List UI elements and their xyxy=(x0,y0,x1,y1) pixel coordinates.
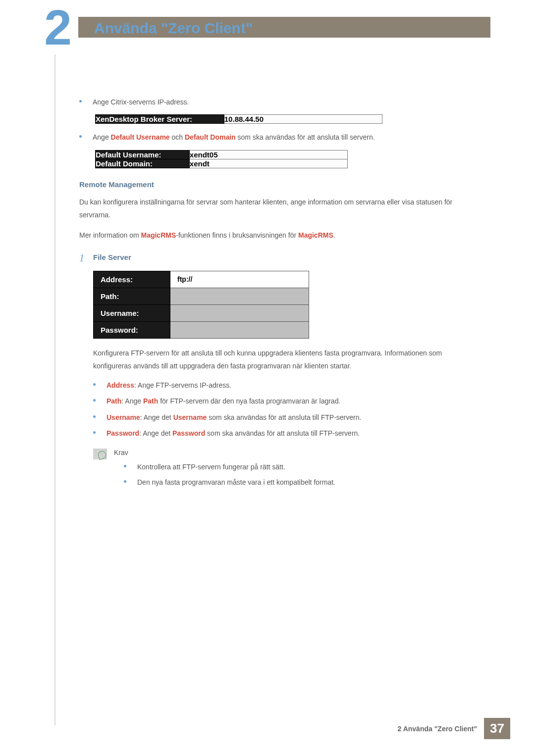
default-credentials-table: Default Username: xendt05 Default Domain… xyxy=(95,150,348,168)
bullet-text: Den nya fasta programvaran måste vara i … xyxy=(137,477,481,488)
step-number: 1 xyxy=(79,252,93,264)
file-server-address-label: Address: xyxy=(94,271,170,288)
xendesktop-server-table: XenDesktop Broker Server: 10.88.44.50 xyxy=(95,114,382,124)
bullet-dot xyxy=(93,383,96,386)
bullet-dot xyxy=(93,415,96,418)
default-username-value: xendt05 xyxy=(189,150,347,159)
step-label: File Server xyxy=(93,252,131,261)
strong-address: Address xyxy=(107,381,134,389)
strong-username: Username xyxy=(173,413,207,421)
strong-default-username: Default Username xyxy=(111,133,170,141)
step-file-server: 1 File Server xyxy=(79,252,481,264)
file-server-table: Address: ftp:// Path: Username: Password… xyxy=(93,271,309,339)
text-fragment: som ska användas för att ansluta till FT… xyxy=(205,429,360,437)
strong-username: Username xyxy=(107,413,140,421)
magicrms-reference: Mer information om MagicRMS-funktionen f… xyxy=(79,229,481,242)
text-fragment: : Ange det xyxy=(140,413,173,421)
default-domain-label: Default Domain: xyxy=(96,159,190,168)
note-bullet-2: Den nya fasta programvaran måste vara i … xyxy=(124,477,481,488)
bullet-path: Path: Ange Path för FTP-servern där den … xyxy=(93,396,481,406)
file-server-path-value xyxy=(170,288,309,304)
bullet-text: Path: Ange Path för FTP-servern där den … xyxy=(107,396,481,406)
text-fragment: och xyxy=(170,133,185,141)
strong-path: Path xyxy=(143,397,158,405)
file-server-path-label: Path: xyxy=(94,288,170,304)
note-title: Krav xyxy=(114,449,481,456)
text-fragment: : Ange det xyxy=(139,429,172,437)
text-fragment: -funktionen finns i bruksanvisningen för xyxy=(176,231,298,239)
default-username-label: Default Username: xyxy=(96,150,190,159)
text-fragment: : Ange xyxy=(121,397,143,405)
bullet-username: Username: Ange det Username som ska anvä… xyxy=(93,412,481,423)
text-fragment: som ska användas för att ansluta till se… xyxy=(236,133,375,141)
file-server-address-value: ftp:// xyxy=(170,271,309,288)
file-server-username-label: Username: xyxy=(94,304,170,321)
strong-password: Password xyxy=(107,429,139,437)
bullet-text: Address: Ange FTP-serverns IP-adress. xyxy=(107,380,481,391)
bullet-text: Username: Ange det Username som ska anvä… xyxy=(107,412,481,423)
file-server-description: Konfigurera FTP-servern för att ansluta … xyxy=(93,347,481,373)
chapter-title: Använda "Zero Client" xyxy=(94,20,253,37)
bullet-dot xyxy=(93,431,96,434)
strong-path: Path xyxy=(107,397,121,405)
bullet-text: Ange Citrix-serverns IP-adress. xyxy=(93,97,481,107)
note-bullets: Kontrollera att FTP-servern fungerar på … xyxy=(124,461,481,488)
xendesktop-label: XenDesktop Broker Server: xyxy=(96,115,224,124)
bullet-default-credentials: Ange Default Username och Default Domain… xyxy=(79,132,481,143)
file-server-username-value xyxy=(170,304,309,321)
footer-text: 2 Använda "Zero Client" xyxy=(398,725,478,733)
text-fragment: Ange xyxy=(93,133,111,141)
strong-magicrms: MagicRMS xyxy=(298,231,333,239)
strong-default-domain: Default Domain xyxy=(185,133,236,141)
file-server-field-bullets: Address: Ange FTP-serverns IP-adress. Pa… xyxy=(93,380,481,439)
note-bullet-1: Kontrollera att FTP-servern fungerar på … xyxy=(124,461,481,472)
strong-password: Password xyxy=(172,429,205,437)
strong-magicrms: MagicRMS xyxy=(141,231,176,239)
default-domain-value: xendt xyxy=(189,159,347,168)
remote-management-heading: Remote Management xyxy=(79,180,481,189)
file-server-password-label: Password: xyxy=(94,321,170,338)
requirements-note: Krav Kontrollera att FTP-servern fungera… xyxy=(93,449,481,492)
bullet-text: Ange Default Username och Default Domain… xyxy=(93,132,481,143)
note-icon xyxy=(93,449,107,459)
bullet-dot xyxy=(79,100,82,102)
chapter-number: 2 xyxy=(38,0,78,54)
note-content: Krav Kontrollera att FTP-servern fungera… xyxy=(114,449,481,492)
chapter-badge: 2 xyxy=(38,0,78,54)
bullet-citrix-ip: Ange Citrix-serverns IP-adress. xyxy=(79,97,481,107)
content-area: Ange Citrix-serverns IP-adress. XenDeskt… xyxy=(79,97,481,492)
bullet-address: Address: Ange FTP-serverns IP-adress. xyxy=(93,380,481,391)
bullet-password: Password: Ange det Password som ska anvä… xyxy=(93,428,481,439)
bullet-text: Password: Ange det Password som ska anvä… xyxy=(107,428,481,439)
text-fragment: . xyxy=(333,231,335,239)
text-fragment: : Ange FTP-serverns IP-adress. xyxy=(134,381,231,389)
text-fragment: som ska användas för att ansluta till FT… xyxy=(207,413,361,421)
footer: 2 Använda "Zero Client" 37 xyxy=(0,718,535,739)
remote-management-desc: Du kan konfigurera inställningarna för s… xyxy=(79,196,481,222)
bullet-dot xyxy=(93,399,96,402)
page-column-line xyxy=(54,0,55,725)
bullet-dot xyxy=(124,465,126,467)
bullet-dot xyxy=(124,480,126,483)
footer-page-number: 37 xyxy=(484,718,510,739)
bullet-text: Kontrollera att FTP-servern fungerar på … xyxy=(137,461,481,472)
file-server-password-value xyxy=(170,321,309,338)
xendesktop-value: 10.88.44.50 xyxy=(224,115,382,124)
text-fragment: för FTP-servern där den nya fasta progra… xyxy=(158,397,340,405)
bullet-dot xyxy=(79,135,82,138)
text-fragment: Mer information om xyxy=(79,231,141,239)
